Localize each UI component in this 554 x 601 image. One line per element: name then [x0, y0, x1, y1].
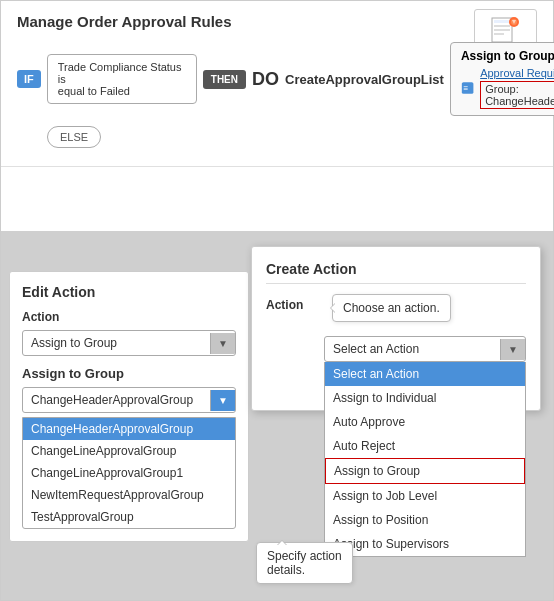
condition-box: Trade Compliance Status is equal to Fail…: [47, 54, 197, 104]
main-container: Manage Order Approval Rules Business Rul…: [0, 0, 554, 601]
specify-details-tooltip: Specify action details.: [256, 542, 353, 584]
action-dropdown-item-0[interactable]: Select an Action: [325, 362, 525, 386]
action-dropdown: Select an Action Assign to Individual Au…: [324, 362, 526, 557]
action-dropdown-item-5[interactable]: Assign to Job Level: [325, 484, 525, 508]
action-name: CreateApprovalGroupList: [285, 72, 444, 87]
group-detail: Group: ChangeHeaderApprovalGroup: [480, 81, 554, 109]
assign-group-box[interactable]: Assign to Group ≡ Approval Required Grou…: [450, 42, 554, 116]
workflow-else-row: ELSE: [17, 124, 537, 148]
group-dropdown-item-0[interactable]: ChangeHeaderApprovalGroup: [23, 418, 235, 440]
group-select-arrow-icon[interactable]: ▼: [210, 390, 235, 411]
svg-rect-3: [494, 29, 510, 31]
group-dropdown: ChangeHeaderApprovalGroup ChangeLineAppr…: [22, 417, 236, 529]
action-dropdown-item-6[interactable]: Assign to Position: [325, 508, 525, 532]
edit-action-label: Action: [22, 310, 236, 324]
condition-text: Trade Compliance Status is equal to Fail…: [58, 61, 182, 97]
action-select-row[interactable]: Assign to Group ▼: [22, 330, 236, 356]
do-label: DO: [252, 69, 279, 90]
action-select-value: Assign to Group: [23, 331, 210, 355]
action-select-dropdown-icon[interactable]: ▼: [500, 339, 525, 360]
workflow-area: Manage Order Approval Rules Business Rul…: [1, 1, 553, 167]
group-dropdown-item-4[interactable]: TestApprovalGroup: [23, 506, 235, 528]
assign-icon: ≡: [461, 80, 474, 96]
svg-rect-2: [494, 25, 510, 27]
specify-details-text: Specify action details.: [267, 549, 342, 577]
action-dropdown-item-7[interactable]: Assign to Supervisors: [325, 532, 525, 556]
assign-group-title: Assign to Group: [461, 49, 554, 63]
assign-group-field-label: Assign to Group: [22, 366, 236, 381]
action-select-arrow-icon[interactable]: ▼: [210, 333, 235, 354]
svg-rect-4: [494, 33, 504, 35]
group-select-value: ChangeHeaderApprovalGroup: [23, 388, 210, 412]
action-dropdown-item-2[interactable]: Auto Approve: [325, 410, 525, 434]
dialog-action-row: Action Choose an action. Select an Actio…: [266, 294, 526, 362]
else-bubble: ELSE: [47, 126, 101, 148]
svg-text:≡: ≡: [463, 84, 468, 93]
dialog-right-section: Choose an action. Select an Action ▼ Sel…: [324, 294, 526, 362]
page-title: Manage Order Approval Rules: [17, 13, 537, 30]
action-select-container: Select an Action ▼ Select an Action Assi…: [324, 336, 526, 362]
action-dropdown-item-4[interactable]: Assign to Group: [325, 458, 525, 484]
action-select-row-dialog[interactable]: Select an Action ▼: [324, 336, 526, 362]
group-dropdown-item-1[interactable]: ChangeLineApprovalGroup: [23, 440, 235, 462]
svg-rect-1: [494, 20, 510, 23]
if-badge: IF: [17, 70, 41, 88]
choose-action-tooltip: Choose an action.: [332, 294, 451, 322]
group-select-row[interactable]: ChangeHeaderApprovalGroup ▼: [22, 387, 236, 413]
dialog-action-label: Action: [266, 294, 316, 312]
approval-required-link[interactable]: Approval Required: [480, 67, 554, 79]
create-action-title: Create Action: [266, 261, 526, 284]
then-arrow: THEN: [203, 70, 246, 89]
workflow-if-row: IF Trade Compliance Status is equal to F…: [17, 42, 537, 116]
create-action-dialog: Create Action Action Choose an action. S…: [251, 246, 541, 411]
assign-group-container: Assign to Group ≡ Approval Required Grou…: [450, 42, 554, 116]
action-dropdown-item-1[interactable]: Assign to Individual: [325, 386, 525, 410]
edit-action-panel: Edit Action Action Assign to Group ▼ Ass…: [9, 271, 249, 542]
group-dropdown-item-2[interactable]: ChangeLineApprovalGroup1: [23, 462, 235, 484]
edit-action-title: Edit Action: [22, 284, 236, 300]
action-select-value-dialog: Select an Action: [325, 337, 500, 361]
action-dropdown-item-3[interactable]: Auto Reject: [325, 434, 525, 458]
group-dropdown-item-3[interactable]: NewItemRequestApprovalGroup: [23, 484, 235, 506]
